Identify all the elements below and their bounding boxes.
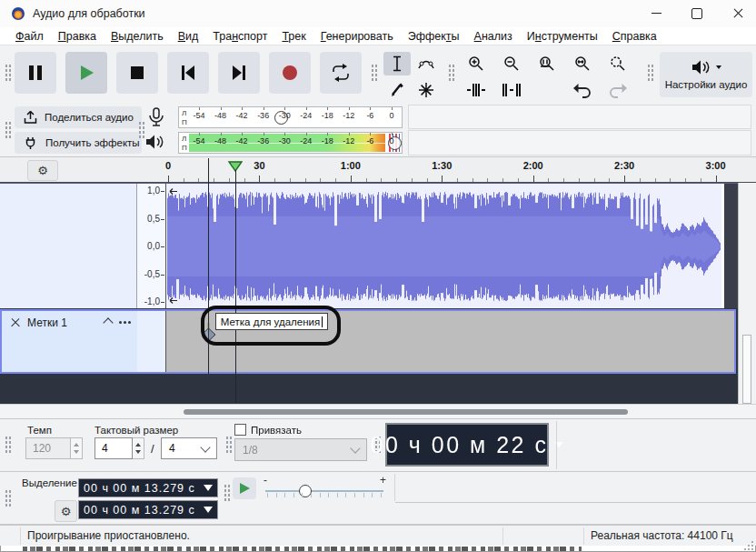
vertical-db-ruler[interactable]: 1,00,50,0-0,5-1,0: [137, 184, 166, 308]
speed-toolbar-grip[interactable]: [224, 483, 231, 503]
edit-toolbar-grip[interactable]: [448, 63, 455, 83]
zoom-selection-button[interactable]: [531, 52, 563, 75]
timesig-upper-spinner[interactable]: [133, 437, 144, 459]
menu-item-8[interactable]: Анализ: [467, 29, 520, 44]
menu-item-6[interactable]: Генерировать: [313, 29, 401, 44]
share-toolbar-grip[interactable]: [5, 120, 12, 140]
selection-toolbar-grip[interactable]: [5, 488, 12, 508]
meter-scale-label: -54: [187, 111, 211, 120]
label-track-name[interactable]: Метки 1: [27, 316, 67, 329]
playback-meter[interactable]: Л П -54-48-42-36-30-24-18-12-60: [178, 132, 403, 154]
timeline-ruler[interactable]: ⚙ 0301:001:302:002:303:00: [0, 157, 756, 183]
record-icon: [281, 64, 299, 82]
silence-audio-button[interactable]: [495, 78, 528, 102]
timesig-upper-field[interactable]: 4: [94, 437, 144, 459]
menu-item-4[interactable]: Транспорт: [205, 29, 274, 44]
menu-item-10[interactable]: Справка: [605, 29, 664, 44]
timesig-upper-value[interactable]: 4: [94, 437, 133, 459]
pause-button[interactable]: [15, 52, 56, 94]
speaker-icon: [691, 59, 711, 75]
record-button[interactable]: [269, 52, 311, 94]
plug-icon: [24, 136, 38, 150]
vertical-scrollbar[interactable]: [738, 183, 756, 404]
transport-toolbar-grip[interactable]: [5, 63, 12, 83]
horizontal-scrollbar[interactable]: [0, 404, 756, 418]
undo-button[interactable]: [566, 78, 599, 102]
tempo-value[interactable]: 120: [25, 437, 71, 459]
get-effects-button[interactable]: Получить эффекты: [15, 132, 142, 154]
audio-track-control-panel[interactable]: [0, 184, 137, 308]
playback-speed-slider[interactable]: - +: [262, 472, 389, 503]
silence-audio-icon: [502, 83, 521, 97]
menu-item-7[interactable]: Эффекты: [401, 29, 467, 44]
timesig-lower-select[interactable]: 4: [161, 437, 217, 459]
selection-end-field[interactable]: 00 ч 00 м 13.279 с: [78, 500, 218, 519]
zoom-out-button[interactable]: [495, 52, 528, 75]
zoom-project-icon: [574, 55, 591, 72]
share-audio-button[interactable]: Поделиться аудио: [15, 106, 142, 128]
slider-tick: [276, 493, 277, 497]
meter-scale-tick: [284, 107, 285, 110]
audio-position-display[interactable]: 00 ч 00 м 22 с: [385, 423, 549, 467]
draw-tool-button[interactable]: [383, 78, 411, 102]
selection-start-field[interactable]: 00 ч 00 м 13.279 с: [78, 478, 218, 497]
close-track-icon[interactable]: [11, 318, 20, 327]
timeline-minor-tick: [487, 178, 488, 182]
minimize-button[interactable]: [642, 0, 671, 26]
menu-item-9[interactable]: Инструменты: [520, 29, 605, 44]
slider-track[interactable]: [265, 490, 383, 492]
menu-item-0[interactable]: Файл: [8, 29, 51, 44]
tempo-spinner[interactable]: [71, 437, 83, 459]
menu-item-5[interactable]: Трек: [274, 29, 313, 44]
skip-end-button[interactable]: [218, 52, 260, 94]
recording-meter[interactable]: Л П -54-48-42-36-30-24-18-12-60: [178, 106, 403, 128]
zoom-in-button[interactable]: [460, 52, 492, 75]
selection-settings-button[interactable]: ⚙: [55, 500, 77, 522]
snap-toggle[interactable]: Привязать: [234, 424, 302, 436]
window-titlebar[interactable]: Аудио для обработки: [0, 0, 756, 27]
vertical-scrollbar-thumb[interactable]: [742, 335, 751, 404]
meter-scale-label: -24: [294, 111, 318, 120]
horizontal-scrollbar-thumb[interactable]: [184, 409, 628, 415]
close-button[interactable]: [723, 0, 752, 26]
envelope-tool-button[interactable]: [413, 52, 440, 75]
play-button[interactable]: [65, 52, 107, 94]
resize-grip[interactable]: [751, 541, 753, 543]
envelope-icon: [418, 56, 434, 71]
snap-toolbar-grip[interactable]: [225, 435, 233, 455]
menu-item-3[interactable]: Вид: [171, 29, 206, 44]
skip-start-button[interactable]: [167, 52, 209, 94]
meter-toolbar-grip[interactable]: [138, 120, 145, 140]
toolbar-dock: Настройки аудио Поделиться аудио Получит…: [0, 45, 756, 157]
stop-button[interactable]: [116, 52, 158, 94]
timesig-toolbar-grip[interactable]: [5, 435, 12, 455]
snap-checkbox[interactable]: [234, 424, 246, 436]
timeline-settings-button[interactable]: ⚙: [27, 160, 58, 181]
play-at-speed-button[interactable]: [233, 477, 256, 499]
selection-tool-button[interactable]: [383, 52, 411, 75]
zoom-toggle-button[interactable]: [602, 52, 634, 75]
tempo-field[interactable]: 120: [25, 437, 83, 459]
tools-toolbar-grip[interactable]: [371, 63, 378, 83]
waveform[interactable]: [167, 186, 721, 307]
slider-thumb[interactable]: [299, 485, 312, 497]
audio-setup-grip[interactable]: [647, 63, 654, 83]
menu-item-1[interactable]: Правка: [51, 29, 104, 44]
label-track-control-panel[interactable]: Метки 1: [2, 311, 137, 372]
audio-track-content[interactable]: [166, 184, 721, 308]
slider-minus-label: -: [264, 474, 267, 487]
selection-end-value: 00 ч 00 м 13.279 с: [84, 504, 195, 517]
loop-button[interactable]: [320, 52, 362, 94]
zoom-project-button[interactable]: [566, 52, 599, 75]
maximize-button[interactable]: [682, 0, 711, 26]
track-menu-icon[interactable]: [119, 321, 122, 324]
trim-audio-button[interactable]: [460, 78, 492, 102]
collapse-track-icon[interactable]: [103, 317, 113, 327]
chevron-down-icon: [350, 443, 360, 453]
status-message: Проигрывание приостановлено.: [27, 529, 190, 542]
audio-setup-button[interactable]: Настройки аудио: [660, 52, 752, 97]
menu-item-2[interactable]: Выделить: [104, 29, 171, 44]
snap-mode-select[interactable]: 1/8: [234, 438, 367, 461]
multi-tool-button[interactable]: [413, 78, 440, 102]
redo-button[interactable]: [602, 78, 634, 102]
